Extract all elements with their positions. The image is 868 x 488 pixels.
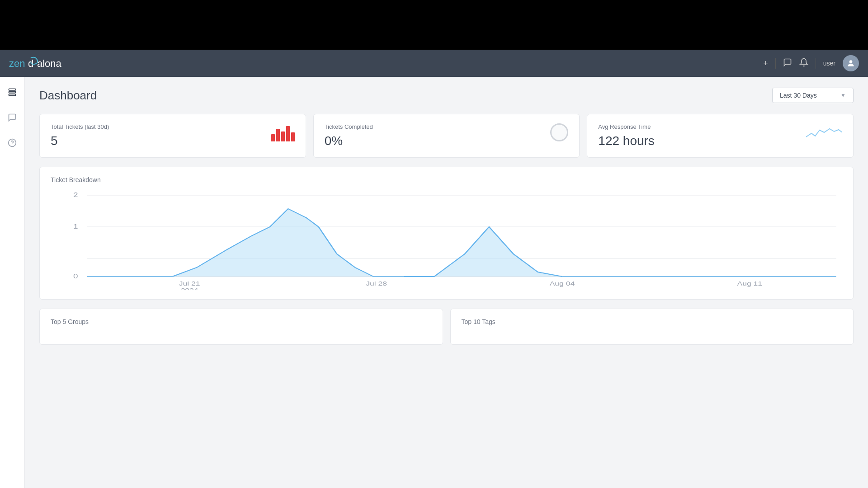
- svg-text:d: d: [28, 58, 33, 69]
- svg-rect-6: [9, 94, 16, 95]
- svg-text:1: 1: [73, 223, 78, 230]
- logo: zen d alona: [9, 55, 72, 71]
- bar-5: [291, 132, 295, 141]
- stat-card-tickets: Total Tickets (last 30d) 5: [39, 114, 306, 158]
- circle-icon: [550, 123, 568, 141]
- chart-area: 2 1 0 Jul 21: [51, 191, 842, 290]
- stat-value-completed: 0%: [325, 134, 373, 148]
- stat-cards-container: Total Tickets (last 30d) 5 Tickets Compl…: [39, 114, 854, 158]
- svg-rect-4: [9, 89, 16, 90]
- divider-2: [816, 58, 816, 69]
- sidebar-item-chat[interactable]: [4, 109, 20, 126]
- stat-card-response: Avg Response Time 122 hours: [587, 114, 854, 158]
- svg-text:Jul 21: Jul 21: [179, 280, 200, 286]
- stat-card-completed-content: Tickets Completed 0%: [325, 123, 373, 148]
- divider-1: [775, 58, 776, 69]
- user-label: user: [823, 60, 835, 67]
- svg-text:0: 0: [73, 272, 78, 280]
- svg-point-3: [849, 60, 853, 63]
- chevron-down-icon: ▼: [840, 92, 846, 99]
- content-area: Dashboard Last 30 Days ▼ Total Tickets (…: [25, 77, 868, 488]
- logo-svg: zen d alona: [9, 55, 72, 71]
- sidebar-item-help[interactable]: [4, 135, 20, 151]
- stat-label-completed: Tickets Completed: [325, 123, 373, 130]
- bar-2: [276, 129, 280, 141]
- svg-text:alona: alona: [37, 58, 62, 69]
- header: zen d alona + user: [0, 50, 868, 77]
- page-title: Dashboard: [39, 89, 97, 103]
- sidebar: [0, 77, 25, 488]
- svg-text:Aug 11: Aug 11: [737, 280, 762, 286]
- bottom-cards-container: Top 5 Groups Top 10 Tags: [39, 309, 854, 345]
- avatar: [843, 55, 859, 71]
- bar-1: [271, 134, 275, 141]
- chat-icon[interactable]: [783, 58, 792, 69]
- svg-rect-5: [9, 91, 16, 93]
- bar-chart-icon: [271, 123, 295, 141]
- svg-text:2024: 2024: [181, 287, 198, 290]
- top-10-tags-title: Top 10 Tags: [462, 318, 843, 325]
- mini-line-chart: [806, 123, 842, 141]
- date-filter-dropdown[interactable]: Last 30 Days ▼: [772, 88, 854, 103]
- svg-text:Aug 04: Aug 04: [550, 280, 575, 286]
- sidebar-item-tickets[interactable]: [4, 84, 20, 100]
- stat-card-tickets-content: Total Tickets (last 30d) 5: [51, 123, 109, 148]
- line-chart-mini-container: [806, 123, 842, 143]
- top-bar: [0, 0, 868, 50]
- svg-text:zen: zen: [9, 58, 25, 69]
- main-layout: Dashboard Last 30 Days ▼ Total Tickets (…: [0, 77, 868, 488]
- stat-card-response-content: Avg Response Time 122 hours: [598, 123, 655, 148]
- stat-value-response: 122 hours: [598, 134, 655, 148]
- bar-3: [281, 131, 285, 141]
- svg-text:Jul 28: Jul 28: [366, 280, 387, 286]
- top-10-tags-card: Top 10 Tags: [450, 309, 854, 345]
- breakdown-chart-svg: 2 1 0 Jul 21: [51, 191, 842, 290]
- page-header: Dashboard Last 30 Days ▼: [39, 88, 854, 103]
- chart-title: Ticket Breakdown: [51, 176, 842, 183]
- header-right: + user: [763, 55, 859, 71]
- stat-value-tickets: 5: [51, 134, 109, 148]
- stat-card-completed: Tickets Completed 0%: [313, 114, 580, 158]
- top-5-groups-card: Top 5 Groups: [39, 309, 443, 345]
- stat-label-response: Avg Response Time: [598, 123, 655, 130]
- svg-text:2: 2: [73, 191, 78, 198]
- ticket-breakdown-card: Ticket Breakdown 2 1 0: [39, 167, 854, 300]
- bar-4: [286, 126, 290, 141]
- date-filter-label: Last 30 Days: [780, 92, 817, 99]
- top-5-groups-title: Top 5 Groups: [51, 318, 432, 325]
- stat-label-tickets: Total Tickets (last 30d): [51, 123, 109, 130]
- bell-icon[interactable]: [799, 58, 808, 69]
- plus-icon[interactable]: +: [763, 59, 768, 68]
